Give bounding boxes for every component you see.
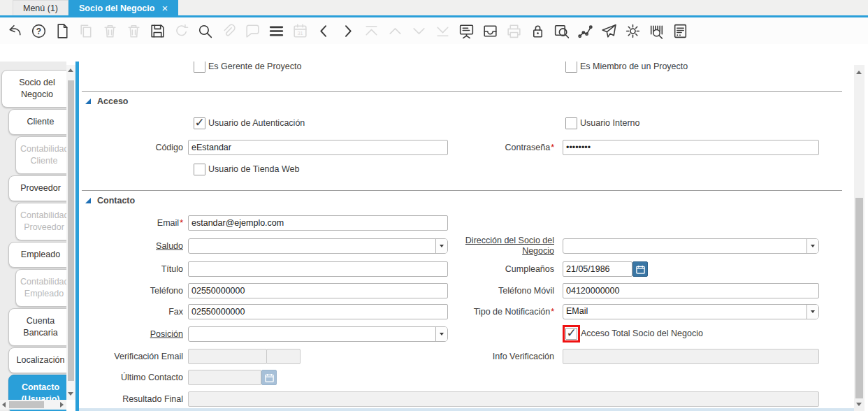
scroll-down-icon[interactable] bbox=[68, 392, 73, 396]
window-tabbar: Menú (1) Socio del Negocio × bbox=[0, 0, 868, 17]
saludo-value bbox=[189, 239, 435, 253]
svg-text:?: ? bbox=[36, 26, 41, 36]
sidebar-tab-label: Contabilidad Empleado bbox=[20, 277, 66, 298]
close-icon[interactable]: × bbox=[161, 3, 168, 13]
direccion-combo[interactable] bbox=[563, 238, 819, 254]
field-row-telefonos: Teléfono Teléfono Móvil bbox=[82, 283, 842, 298]
sidebar-tab-cliente[interactable]: Cliente bbox=[8, 109, 66, 135]
email-label: Email* bbox=[82, 218, 183, 229]
saludo-combo[interactable] bbox=[188, 238, 448, 254]
section-header-contacto[interactable]: Contacto bbox=[82, 194, 135, 207]
field-row-resultado-final: Resultado Final bbox=[82, 391, 842, 407]
calendar-button[interactable] bbox=[632, 261, 648, 277]
fax-input[interactable] bbox=[188, 304, 448, 319]
attachment-icon bbox=[219, 22, 238, 40]
sidebar-tab-cuenta-bancaria[interactable]: Cuenta Bancaria bbox=[8, 308, 66, 346]
verificacion-email-input bbox=[188, 349, 267, 364]
ultimo-contacto-input bbox=[188, 370, 261, 385]
help-icon[interactable]: ? bbox=[29, 22, 48, 40]
telefono-label: Teléfono bbox=[82, 286, 183, 296]
sidebar-tab-label: Cliente bbox=[27, 117, 55, 127]
find-icon[interactable] bbox=[196, 22, 214, 40]
acceso-total-highlight bbox=[563, 325, 580, 342]
chat-icon bbox=[243, 22, 261, 40]
field-row-fax-notificacion: Fax Tipo de Notificación* EMail bbox=[82, 304, 842, 319]
usuario-interno-checkbox[interactable] bbox=[565, 117, 577, 129]
tab-socio-del-negocio[interactable]: Socio del Negocio × bbox=[68, 0, 178, 15]
lock-icon[interactable] bbox=[528, 22, 547, 40]
process-icon[interactable] bbox=[623, 22, 642, 40]
direccion-label: Dirección del Socio del Negocio bbox=[445, 236, 554, 257]
delete-record-icon bbox=[101, 22, 119, 40]
fax-label: Fax bbox=[82, 307, 183, 317]
telefono-movil-input[interactable] bbox=[563, 283, 819, 298]
codigo-input[interactable] bbox=[188, 140, 448, 155]
sidebar-tab-label: Contabilidad Proveedor bbox=[20, 210, 66, 232]
previous-record-icon bbox=[386, 22, 404, 40]
section-header-acceso[interactable]: Acceso bbox=[82, 95, 128, 108]
product-info-icon[interactable] bbox=[647, 22, 665, 40]
sidebar-vertical-scrollbar[interactable] bbox=[66, 65, 75, 400]
cumpleanos-input[interactable] bbox=[563, 261, 632, 277]
workflow-icon[interactable] bbox=[576, 22, 594, 40]
scroll-up-icon[interactable] bbox=[856, 71, 862, 74]
codigo-label: Código bbox=[82, 143, 183, 153]
main-vertical-scrollbar[interactable] bbox=[854, 65, 865, 411]
undo-icon[interactable] bbox=[6, 22, 24, 40]
report-icon[interactable] bbox=[671, 22, 689, 40]
sidebar-tab-contabilidad-empleado: Contabilidad Empleado bbox=[15, 269, 66, 307]
scroll-right-icon[interactable] bbox=[60, 402, 64, 408]
content-divider-bar bbox=[75, 62, 79, 411]
toolbar: ?31 bbox=[0, 17, 868, 44]
contrasena-input[interactable] bbox=[563, 140, 819, 155]
sidebar-tab-proveedor[interactable]: Proveedor bbox=[8, 175, 66, 201]
save-icon[interactable] bbox=[148, 22, 166, 40]
tipo-notificacion-combo[interactable]: EMail bbox=[563, 304, 819, 319]
email-input[interactable] bbox=[188, 215, 448, 231]
acceso-total-checkbox[interactable] bbox=[565, 328, 577, 340]
scroll-left-icon[interactable] bbox=[2, 402, 6, 408]
chevron-down-icon[interactable] bbox=[806, 239, 818, 253]
detail-record-icon[interactable] bbox=[338, 22, 356, 40]
info-verificacion-label: Info Verificación bbox=[445, 352, 554, 362]
requery-icon bbox=[172, 22, 190, 40]
es-miembro-checkbox[interactable] bbox=[565, 62, 577, 73]
sidebar-tab-empleado[interactable]: Empleado bbox=[8, 242, 66, 268]
sidebar-tab-label: Cuenta Bancaria bbox=[23, 316, 57, 338]
send-icon[interactable] bbox=[600, 22, 618, 40]
field-row-saludo-direccion: Saludo Dirección del Socio del Negocio bbox=[82, 238, 842, 254]
last-record-icon bbox=[433, 22, 451, 40]
sidebar-tab-contabilidad-proveedor: Contabilidad Proveedor bbox=[15, 203, 66, 240]
field-row-ultimo-contacto: Último Contacto bbox=[82, 370, 842, 385]
calendar-icon bbox=[635, 264, 646, 275]
grid-toggle-icon[interactable] bbox=[267, 22, 285, 40]
chevron-down-icon[interactable] bbox=[435, 327, 447, 341]
sidebar-tab-list: Socio del NegocioClienteContabilidad Cli… bbox=[0, 62, 66, 411]
titulo-input[interactable] bbox=[188, 261, 448, 277]
main-scrollbar-thumb[interactable] bbox=[855, 198, 863, 398]
delete-selection-icon bbox=[124, 22, 143, 40]
sidebar-scrollbar-thumb[interactable] bbox=[68, 80, 74, 381]
calendar-icon: 31 bbox=[291, 22, 309, 40]
sidebar-hscrollbar-thumb[interactable] bbox=[9, 401, 44, 408]
parent-record-icon[interactable] bbox=[314, 22, 333, 40]
sidebar-tab-socio-del-negocio[interactable]: Socio del Negocio bbox=[1, 70, 66, 108]
new-record-icon[interactable] bbox=[53, 22, 71, 40]
tab-menu[interactable]: Menú (1) bbox=[13, 0, 68, 15]
es-gerente-checkbox[interactable] bbox=[194, 62, 205, 73]
chevron-down-icon[interactable] bbox=[806, 305, 818, 319]
field-row-email: Email* bbox=[82, 215, 842, 231]
sidebar-tab-localizacion[interactable]: Localización bbox=[8, 347, 66, 373]
scroll-down-icon[interactable] bbox=[856, 403, 862, 406]
form-window-icon[interactable] bbox=[457, 22, 475, 40]
usuario-autenticacion-checkbox[interactable] bbox=[194, 117, 205, 129]
telefono-input[interactable] bbox=[188, 283, 448, 298]
archive-icon[interactable] bbox=[481, 22, 499, 40]
zoom-across-icon[interactable] bbox=[552, 22, 570, 40]
scroll-up-icon[interactable] bbox=[68, 68, 73, 72]
sidebar-horizontal-scrollbar[interactable] bbox=[0, 400, 66, 410]
field-row-codigo: Código Contraseña* bbox=[82, 140, 842, 155]
es-miembro-label: Es Miembro de un Proyecto bbox=[580, 62, 688, 71]
tienda-web-checkbox[interactable] bbox=[194, 164, 205, 175]
posicion-combo[interactable] bbox=[188, 326, 448, 342]
